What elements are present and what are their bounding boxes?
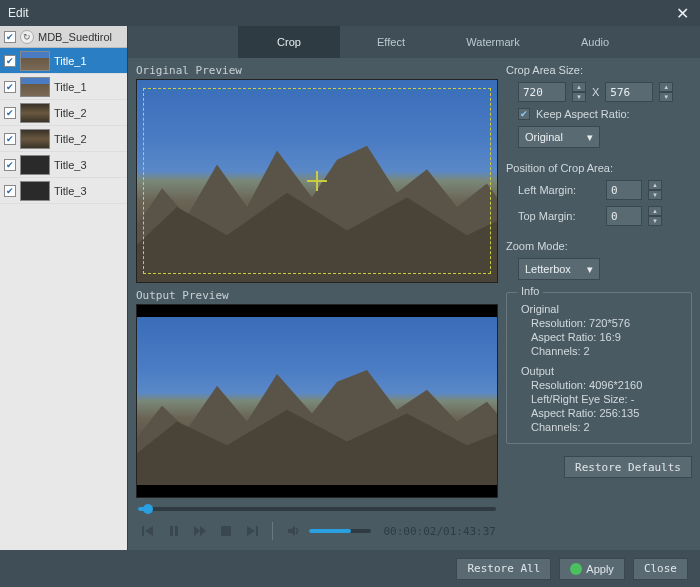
sidebar-item[interactable]: ✔Title_2 xyxy=(0,100,127,126)
output-preview xyxy=(136,304,498,498)
out-channels: 2 xyxy=(584,421,590,433)
tab-effect[interactable]: Effect xyxy=(340,26,442,58)
restore-all-button[interactable]: Restore All xyxy=(456,558,551,580)
left-margin-label: Left Margin: xyxy=(518,184,600,196)
tab-crop[interactable]: Crop xyxy=(238,26,340,58)
body: Original Preview Output Preview xyxy=(128,58,700,550)
refresh-icon[interactable]: ↻ xyxy=(20,30,34,44)
svg-rect-2 xyxy=(175,526,178,536)
output-preview-label: Output Preview xyxy=(136,289,498,302)
info-output-header: Output xyxy=(521,365,681,377)
item-thumbnail xyxy=(20,103,50,123)
keep-aspect-label: Keep Aspect Ratio: xyxy=(536,108,630,120)
original-preview-label: Original Preview xyxy=(136,64,498,77)
svg-rect-1 xyxy=(170,526,173,536)
tabbar: Crop Effect Watermark Audio xyxy=(128,26,700,58)
tab-audio[interactable]: Audio xyxy=(544,26,646,58)
zoom-mode-title: Zoom Mode: xyxy=(506,240,692,252)
svg-rect-0 xyxy=(142,526,144,536)
item-thumbnail xyxy=(20,51,50,71)
sidebar-item[interactable]: ✔Title_1 xyxy=(0,74,127,100)
original-preview[interactable] xyxy=(136,79,498,283)
item-label: Title_1 xyxy=(54,81,123,93)
pause-icon[interactable] xyxy=(164,521,184,541)
crop-pos-title: Position of Crop Area: xyxy=(506,162,692,174)
top-margin-label: Top Margin: xyxy=(518,210,600,222)
item-label: Title_3 xyxy=(54,159,123,171)
item-checkbox[interactable]: ✔ xyxy=(4,185,16,197)
sidebar-item[interactable]: ✔Title_2 xyxy=(0,126,127,152)
sidebar-item[interactable]: ✔Title_3 xyxy=(0,178,127,204)
chevron-down-icon: ▾ xyxy=(587,131,593,144)
aspect-ratio-select[interactable]: Original▾ xyxy=(518,126,600,148)
out-resolution: 4096*2160 xyxy=(589,379,642,391)
restore-defaults-button[interactable]: Restore Defaults xyxy=(564,456,692,478)
crop-center-icon xyxy=(307,171,327,191)
separator xyxy=(272,522,273,540)
titlebar: Edit ✕ xyxy=(0,0,700,26)
orig-resolution: 720*576 xyxy=(589,317,630,329)
left-margin-spinner[interactable]: ▲▼ xyxy=(648,180,662,200)
settings-panel: Crop Area Size: ▲▼ X ▲▼ ✔ Keep Aspect Ra… xyxy=(506,64,692,550)
footer: Restore All Apply Close xyxy=(0,550,700,587)
sidebar-item[interactable]: ✔Title_1 xyxy=(0,48,127,74)
main-area: ✔ ↻ MDB_Suedtirol ✔Title_1✔Title_1✔Title… xyxy=(0,26,700,550)
fastforward-icon[interactable] xyxy=(190,521,210,541)
sidebar-header: ✔ ↻ MDB_Suedtirol xyxy=(0,26,127,48)
item-label: Title_1 xyxy=(54,55,123,67)
tab-watermark[interactable]: Watermark xyxy=(442,26,544,58)
next-icon[interactable] xyxy=(242,521,262,541)
info-box: Info Original Resolution: 720*576 Aspect… xyxy=(506,292,692,444)
item-thumbnail xyxy=(20,181,50,201)
item-thumbnail xyxy=(20,155,50,175)
item-label: Title_3 xyxy=(54,185,123,197)
crop-height-input[interactable] xyxy=(605,82,653,102)
sidebar-item[interactable]: ✔Title_3 xyxy=(0,152,127,178)
item-checkbox[interactable]: ✔ xyxy=(4,81,16,93)
svg-rect-3 xyxy=(221,526,231,536)
sidebar: ✔ ↻ MDB_Suedtirol ✔Title_1✔Title_1✔Title… xyxy=(0,26,128,550)
apply-icon xyxy=(570,563,582,575)
crop-size-title: Crop Area Size: xyxy=(506,64,692,76)
previews: Original Preview Output Preview xyxy=(136,64,498,550)
top-margin-input[interactable] xyxy=(606,206,642,226)
close-button[interactable]: Close xyxy=(633,558,688,580)
item-label: Title_2 xyxy=(54,107,123,119)
zoom-mode-select[interactable]: Letterbox▾ xyxy=(518,258,600,280)
crop-width-input[interactable] xyxy=(518,82,566,102)
crop-rectangle[interactable] xyxy=(143,88,491,274)
orig-channels: 2 xyxy=(584,345,590,357)
chevron-down-icon: ▾ xyxy=(587,263,593,276)
out-aspect: 256:135 xyxy=(599,407,639,419)
volume-icon[interactable] xyxy=(283,521,303,541)
top-margin-spinner[interactable]: ▲▼ xyxy=(648,206,662,226)
content: Crop Effect Watermark Audio Original Pre… xyxy=(128,26,700,550)
crop-height-spinner[interactable]: ▲▼ xyxy=(659,82,673,102)
item-checkbox[interactable]: ✔ xyxy=(4,55,16,67)
prev-icon[interactable] xyxy=(138,521,158,541)
apply-button[interactable]: Apply xyxy=(559,558,625,580)
svg-rect-4 xyxy=(256,526,258,536)
info-original-header: Original xyxy=(521,303,681,315)
window-title: Edit xyxy=(8,6,29,20)
volume-slider[interactable] xyxy=(309,529,371,533)
keep-aspect-checkbox[interactable]: ✔ xyxy=(518,108,530,120)
left-margin-input[interactable] xyxy=(606,180,642,200)
out-eye-size: - xyxy=(631,393,635,405)
item-checkbox[interactable]: ✔ xyxy=(4,107,16,119)
select-all-checkbox[interactable]: ✔ xyxy=(4,31,16,43)
source-name: MDB_Suedtirol xyxy=(38,31,123,43)
progress-bar[interactable] xyxy=(136,498,498,514)
info-legend: Info xyxy=(517,285,543,297)
close-icon[interactable]: ✕ xyxy=(672,4,692,23)
crop-width-spinner[interactable]: ▲▼ xyxy=(572,82,586,102)
item-checkbox[interactable]: ✔ xyxy=(4,159,16,171)
crop-x-label: X xyxy=(592,86,599,98)
orig-aspect: 16:9 xyxy=(599,331,620,343)
item-thumbnail xyxy=(20,129,50,149)
item-checkbox[interactable]: ✔ xyxy=(4,133,16,145)
time-display: 00:00:02/01:43:37 xyxy=(383,525,496,538)
item-thumbnail xyxy=(20,77,50,97)
stop-icon[interactable] xyxy=(216,521,236,541)
item-label: Title_2 xyxy=(54,133,123,145)
